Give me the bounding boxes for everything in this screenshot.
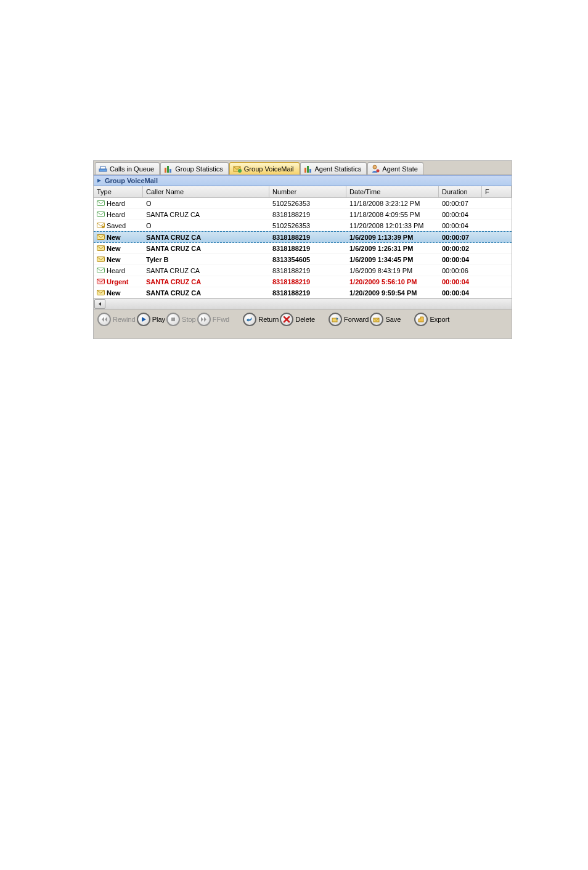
queue-icon bbox=[99, 165, 107, 173]
tab-group-statistics[interactable]: Group Statistics bbox=[160, 162, 229, 174]
tab-agent-state[interactable]: Agent State bbox=[367, 162, 423, 174]
save-label: Save bbox=[385, 316, 401, 323]
ffwd-label: FFwd bbox=[213, 316, 230, 323]
ffwd-button[interactable]: FFwd bbox=[197, 313, 230, 326]
cell-caller: SANTA CRUZ CA bbox=[143, 289, 269, 297]
type-text: New bbox=[107, 245, 121, 252]
svg-rect-3 bbox=[167, 166, 169, 173]
playback-toolbar: Rewind Play Stop FFwd Return D bbox=[94, 309, 512, 329]
saved-envelope-icon bbox=[97, 222, 105, 229]
col-duration[interactable]: Duration bbox=[439, 186, 482, 197]
cell-caller: SANTA CRUZ CA bbox=[143, 278, 269, 285]
cell-number: 5102526353 bbox=[269, 222, 346, 229]
table-row[interactable]: UrgentSANTA CRUZ CA83181882191/20/2009 5… bbox=[94, 276, 512, 287]
table-row[interactable]: HeardO510252635311/18/2008 3:23:12 PM00:… bbox=[94, 198, 512, 209]
col-caller[interactable]: Caller Name bbox=[143, 186, 269, 197]
type-text: Saved bbox=[107, 222, 126, 229]
delete-icon bbox=[283, 316, 290, 323]
cell-datetime: 1/6/2009 1:26:31 PM bbox=[346, 245, 439, 252]
stop-icon bbox=[169, 316, 177, 323]
svg-point-6 bbox=[238, 169, 242, 173]
export-button[interactable]: Export bbox=[414, 313, 449, 326]
table-row[interactable]: HeardSANTA CRUZ CA831818821911/18/2008 4… bbox=[94, 209, 512, 220]
collapse-icon bbox=[96, 178, 102, 184]
cell-number: 8318188219 bbox=[269, 289, 346, 297]
delete-label: Delete bbox=[295, 316, 315, 323]
save-button[interactable]: Save bbox=[370, 313, 401, 326]
tab-label: Agent State bbox=[382, 165, 418, 173]
col-datetime[interactable]: Date/Time bbox=[346, 186, 439, 197]
bar-chart-icon bbox=[304, 165, 312, 173]
scroll-left-button[interactable] bbox=[94, 299, 105, 309]
tab-strip: Calls in Queue Group Statistics Group Vo… bbox=[94, 161, 512, 175]
play-label: Play bbox=[152, 316, 165, 323]
app-window: Calls in Queue Group Statistics Group Vo… bbox=[93, 160, 512, 339]
table-row[interactable]: NewTyler B83133546051/6/2009 1:34:45 PM0… bbox=[94, 254, 512, 265]
cell-duration: 00:00:06 bbox=[439, 267, 482, 274]
delete-button[interactable]: Delete bbox=[280, 313, 315, 326]
cell-caller: SANTA CRUZ CA bbox=[143, 234, 269, 241]
cell-datetime: 1/20/2009 5:56:10 PM bbox=[346, 278, 439, 285]
col-tail[interactable]: F bbox=[482, 186, 512, 197]
table-row[interactable]: NewSANTA CRUZ CA83181882191/20/2009 9:59… bbox=[94, 287, 512, 298]
cell-datetime: 1/6/2009 8:43:19 PM bbox=[346, 267, 439, 274]
section-title: Group VoiceMail bbox=[105, 177, 158, 184]
cell-number: 5102526353 bbox=[269, 200, 346, 207]
cell-type: Urgent bbox=[94, 278, 143, 285]
table-row[interactable]: SavedO510252635311/20/2008 12:01:33 PM00… bbox=[94, 220, 512, 231]
new-envelope-icon bbox=[97, 256, 105, 263]
table-row[interactable]: NewSANTA CRUZ CA83181882191/6/2009 1:13:… bbox=[94, 231, 512, 243]
voicemail-grid: Type Caller Name Number Date/Time Durati… bbox=[94, 186, 512, 309]
horizontal-scrollbar[interactable] bbox=[94, 298, 512, 309]
table-row[interactable]: HeardSANTA CRUZ CA83181882191/6/2009 8:4… bbox=[94, 265, 512, 276]
cell-caller: O bbox=[143, 200, 269, 207]
table-row[interactable]: NewSANTA CRUZ CA83181882191/6/2009 1:26:… bbox=[94, 243, 512, 254]
cell-caller: SANTA CRUZ CA bbox=[143, 211, 269, 218]
cell-duration: 00:00:02 bbox=[439, 245, 482, 252]
rows-container: HeardO510252635311/18/2008 3:23:12 PM00:… bbox=[94, 198, 512, 298]
cell-type: New bbox=[94, 256, 143, 263]
cell-duration: 00:00:04 bbox=[439, 289, 482, 297]
cell-datetime: 11/18/2008 4:09:55 PM bbox=[346, 211, 439, 218]
return-icon bbox=[246, 316, 253, 323]
cell-type: New bbox=[94, 289, 143, 297]
cell-caller: SANTA CRUZ CA bbox=[143, 267, 269, 274]
person-icon bbox=[371, 165, 380, 173]
new-envelope-icon bbox=[97, 234, 105, 240]
heard-envelope-icon bbox=[97, 200, 105, 207]
tab-group-voicemail[interactable]: Group VoiceMail bbox=[229, 162, 300, 174]
stop-label: Stop bbox=[182, 316, 196, 323]
tab-label: Group Statistics bbox=[175, 165, 223, 173]
cell-duration: 00:00:04 bbox=[439, 222, 482, 229]
svg-rect-4 bbox=[169, 169, 171, 173]
svg-rect-22 bbox=[171, 318, 175, 321]
cell-caller: SANTA CRUZ CA bbox=[143, 245, 269, 252]
cell-caller: Tyler B bbox=[143, 256, 269, 263]
forward-button[interactable]: Forward bbox=[329, 313, 369, 326]
tab-label: Agent Statistics bbox=[315, 165, 362, 173]
return-button[interactable]: Return bbox=[243, 313, 279, 326]
tab-agent-statistics[interactable]: Agent Statistics bbox=[300, 162, 367, 174]
cell-duration: 00:00:04 bbox=[439, 211, 482, 218]
type-text: New bbox=[107, 289, 121, 297]
stop-button[interactable]: Stop bbox=[166, 313, 196, 326]
rewind-button[interactable]: Rewind bbox=[97, 313, 136, 326]
col-number[interactable]: Number bbox=[269, 186, 346, 197]
urgent-envelope-icon bbox=[97, 278, 105, 285]
section-header[interactable]: Group VoiceMail bbox=[94, 175, 512, 186]
cell-datetime: 1/20/2009 9:59:54 PM bbox=[346, 289, 439, 297]
type-text: Urgent bbox=[107, 278, 128, 285]
col-type[interactable]: Type bbox=[94, 186, 143, 197]
svg-rect-1 bbox=[100, 166, 105, 169]
type-text: New bbox=[107, 256, 121, 263]
tab-label: Calls in Queue bbox=[110, 165, 154, 173]
column-headers: Type Caller Name Number Date/Time Durati… bbox=[94, 186, 512, 198]
cell-number: 8318188219 bbox=[269, 278, 346, 285]
cell-caller: O bbox=[143, 222, 269, 229]
play-button[interactable]: Play bbox=[137, 313, 165, 326]
tab-calls-in-queue[interactable]: Calls in Queue bbox=[95, 162, 160, 174]
cell-type: Heard bbox=[94, 211, 143, 218]
cell-number: 8318188219 bbox=[269, 267, 346, 274]
cell-type: Heard bbox=[94, 200, 143, 207]
voicemail-icon bbox=[233, 165, 242, 173]
